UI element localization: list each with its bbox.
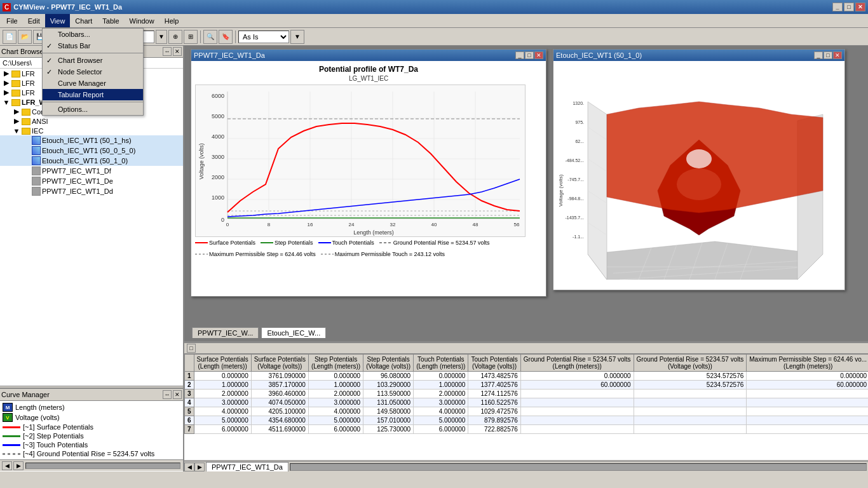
legend-label-gpr: [~4] Ground Potential Rise = 5234.57 vol… — [23, 450, 154, 458]
legend-line-surface — [195, 242, 208, 243]
menu-view[interactable]: View — [45, 14, 71, 27]
expand-icon[interactable]: ▶ — [13, 117, 20, 125]
legend-nav-left[interactable]: ◀ — [2, 461, 12, 470]
chart-legend: Surface Potentials Step Potentials Touch… — [195, 240, 542, 257]
col-maxstep-len: Maximum Permissible Step = 624.46 vo...(… — [747, 355, 868, 372]
legend-close-btn[interactable]: ✕ — [173, 390, 182, 399]
menu-help[interactable]: Help — [159, 14, 184, 27]
tree-nav-right[interactable]: ▶ — [13, 388, 24, 390]
check-icon-statusbar: ✓ — [46, 42, 52, 50]
zoom-button[interactable]: ⊕ — [168, 30, 182, 44]
table-cell: 157.010000 — [363, 416, 414, 425]
minimize-button[interactable]: _ — [832, 3, 843, 11]
svg-text:3000: 3000 — [212, 154, 224, 160]
expand-icon[interactable]: ▶ — [3, 88, 10, 97]
new-button[interactable]: 📄 — [3, 30, 17, 44]
chart-close-1[interactable]: ✕ — [534, 51, 543, 59]
chart-tab-1[interactable]: PPWT7_IEC_W... — [192, 327, 259, 338]
chart-main-title: Potential profile of WT7_Da — [195, 65, 542, 74]
table-scroll[interactable]: Surface Potentials(Length (meters)) Surf… — [184, 354, 868, 460]
view-dropdown[interactable]: ▼ — [290, 30, 304, 44]
tree-close-btn[interactable]: ✕ — [173, 47, 182, 56]
svg-marker-52 — [607, 102, 823, 213]
legend-resize-btn[interactable]: ↔ — [163, 390, 172, 399]
chart-minimize-1[interactable]: _ — [515, 51, 524, 59]
open-button[interactable]: 📂 — [18, 30, 32, 44]
menu-options[interactable]: Options... — [43, 104, 143, 115]
row-number: 3 — [185, 390, 194, 398]
chart-titlebar-1: PPWT7_IEC_WT1_Da _ □ ✕ — [191, 50, 546, 61]
menu-curvemanager[interactable]: ✓ Curve Manager — [43, 78, 143, 89]
scroll-right-btn[interactable]: ▶ — [194, 463, 205, 471]
chart-maximize-1[interactable]: □ — [525, 51, 534, 59]
view-select[interactable]: As Is — [238, 30, 289, 43]
expand-icon[interactable]: ▶ — [3, 79, 10, 87]
bottom-tab-1[interactable]: PPWT7_IEC_WT1_Da — [206, 462, 288, 471]
table-cell: 3.000000 — [308, 398, 363, 407]
table-cell: 4354.680000 — [251, 416, 308, 425]
menu-tabularreport[interactable]: ✓ Tabular Report — [43, 89, 143, 100]
tree-node-iec[interactable]: ▼ IEC — [0, 126, 183, 135]
tree-resize-btn[interactable]: ↔ — [163, 47, 172, 56]
expand-icon[interactable]: ▶ — [3, 69, 10, 78]
grid-button[interactable]: ⊞ — [184, 30, 198, 44]
svg-text:2000: 2000 — [212, 174, 224, 180]
path-browse[interactable]: ▼ — [156, 30, 167, 44]
chart-close-2[interactable]: ✕ — [833, 51, 842, 59]
tree-label: LFR — [22, 79, 35, 87]
col-gpr-vol: Ground Potential Rise = 5234.57 volts(Vo… — [634, 355, 747, 372]
expand-icon[interactable]: ▼ — [13, 127, 20, 135]
table-cell: 96.080000 — [363, 372, 414, 381]
tree-node-etouch3[interactable]: Etouch_IEC_WT1 (50_1_0) — [0, 156, 183, 166]
options-label: Options... — [58, 105, 88, 113]
table-cell: 4.000000 — [194, 407, 251, 416]
menu-nodeselector[interactable]: ✓ Node Selector — [43, 66, 143, 78]
table-row: 54.0000004205.1000004.000000149.5800004.… — [185, 407, 869, 416]
svg-text:40: 40 — [431, 222, 437, 227]
tree-node-ppwt7-dd[interactable]: PPWT7_IEC_WT1_Dd — [0, 186, 183, 196]
tree-header-label: Chart Browser — [1, 48, 46, 55]
horiz-scrollbar[interactable] — [290, 463, 867, 471]
tree-node-ppwt7-de[interactable]: PPWT7_IEC_WT1_De — [0, 176, 183, 186]
tree-node-etouch1[interactable]: Etouch_IEC_WT1 (50_1_hs) — [0, 135, 183, 146]
menu-chartbrowser[interactable]: ✓ Chart Browser — [43, 55, 143, 66]
table-cell — [634, 390, 747, 398]
legend-item-step: [~2] Step Potentials — [3, 431, 180, 440]
table-corner-btn[interactable]: □ — [187, 344, 196, 353]
menu-chart[interactable]: Chart — [70, 14, 97, 27]
tree-scrollbar[interactable] — [25, 389, 109, 390]
folder-icon-2 — [11, 80, 20, 87]
tree-label: Etouch_IEC_WT1 (50_1_hs) — [42, 137, 132, 144]
menu-window[interactable]: Window — [125, 14, 159, 27]
check-icon-nodeselector: ✓ — [46, 68, 52, 76]
chart-minimize-2[interactable]: _ — [814, 51, 823, 59]
search-button[interactable]: 🔍 — [203, 30, 217, 44]
menu-table[interactable]: Table — [97, 14, 124, 27]
bottom-scrollbar[interactable]: ◀ ▶ PPWT7_IEC_WT1_Da — [184, 461, 868, 471]
tree-nav-left[interactable]: ◀ — [2, 388, 12, 390]
menu-file[interactable]: File — [1, 14, 23, 27]
chart-icon-4 — [32, 166, 41, 175]
tree-node-ppwt7-df[interactable]: PPWT7_IEC_WT1_Df — [0, 166, 183, 176]
tree-node-etouch2[interactable]: Etouch_IEC_WT1 (50_0_5_0) — [0, 146, 183, 156]
close-button[interactable]: ✕ — [855, 3, 865, 11]
table-cell — [634, 425, 747, 434]
legend-scrollbar[interactable] — [25, 463, 180, 469]
menu-toolbars[interactable]: Toolbars... — [43, 29, 143, 40]
folder-icon-5 — [22, 109, 31, 116]
tree-node-ansi[interactable]: ▶ ANSI — [0, 116, 183, 126]
table-cell: 1377.402576 — [468, 381, 520, 390]
expand-icon[interactable]: ▼ — [3, 98, 10, 106]
bookmark-button[interactable]: 🔖 — [219, 30, 233, 44]
chart-maximize-2[interactable]: □ — [824, 51, 832, 59]
tree-label: LFR — [22, 70, 35, 78]
expand-icon[interactable]: ▶ — [13, 107, 20, 116]
maximize-button[interactable]: □ — [844, 3, 854, 11]
scroll-left-btn[interactable]: ◀ — [184, 463, 194, 471]
menu-statusbar[interactable]: ✓ Status Bar — [43, 40, 143, 51]
menu-edit[interactable]: Edit — [23, 14, 45, 27]
svg-text:24: 24 — [349, 222, 355, 227]
legend-nav-right[interactable]: ▶ — [13, 461, 24, 470]
chart-tab-2[interactable]: Etouch_IEC_W... — [261, 327, 326, 338]
table-cell: 4.000000 — [414, 407, 468, 416]
